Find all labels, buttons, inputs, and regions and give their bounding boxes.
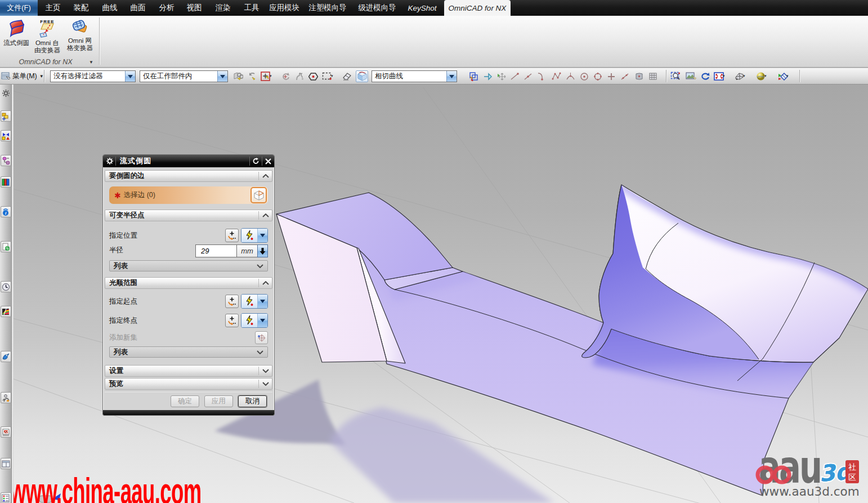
variable-radius-list-bar[interactable]: 列表	[109, 260, 268, 271]
flow-fillet-dialog: 流式倒圆 要倒圆的边 ✱ 选择边 (0)	[102, 154, 275, 416]
omni-mesh-transformer-button[interactable]: Omni 网格变换器	[64, 17, 96, 59]
collapse-chevron-icon[interactable]	[258, 172, 272, 180]
resource-bar-resizer[interactable]	[12, 84, 14, 503]
show-shade-cube-icon[interactable]	[356, 70, 368, 82]
rotate-view-icon[interactable]	[699, 70, 711, 82]
radius-input[interactable]	[195, 244, 236, 257]
section-header-smooth-range[interactable]: 光顺范围	[105, 277, 272, 289]
dropdown-arrow-icon[interactable]: ▾	[786, 74, 791, 78]
snap-point-combo[interactable]	[241, 294, 268, 309]
section-header-preview[interactable]: 预览	[105, 378, 272, 390]
flow-fillet-button[interactable]: 流式倒圆	[1, 17, 32, 59]
snap-point-dropdown-icon[interactable]	[258, 295, 267, 308]
menu-tab-13[interactable]: OmniCAD for NX	[444, 0, 511, 16]
snap-point-dropdown-icon[interactable]	[258, 314, 267, 327]
dropdown-arrow-icon[interactable]: ▾	[723, 74, 727, 78]
smooth-range-list-bar[interactable]: 列表	[109, 346, 268, 358]
midpoint-icon[interactable]	[508, 70, 521, 82]
end-point-icon[interactable]	[481, 70, 494, 82]
pole-point-icon[interactable]	[550, 70, 562, 82]
snap-spray-icon[interactable]	[293, 70, 306, 82]
select-edge-row[interactable]: ✱ 选择边 (0)	[109, 186, 268, 204]
expand-chevron-icon[interactable]	[258, 367, 272, 375]
scope-filter-combo[interactable]: 仅在工作部件内	[140, 70, 228, 82]
expand-chevron-icon[interactable]	[253, 261, 267, 271]
curve-rule-arrow-icon[interactable]	[446, 71, 457, 82]
control-point-icon[interactable]	[495, 70, 507, 82]
pan-view-icon[interactable]	[684, 70, 697, 82]
snap-point-combo[interactable]	[241, 228, 268, 243]
dropdown-arrow-icon[interactable]: ▾	[764, 74, 769, 78]
point-dialog-button[interactable]	[225, 295, 239, 308]
point-on-curve-icon[interactable]	[619, 70, 631, 82]
circle-quadrant-icon[interactable]	[592, 70, 604, 82]
ok-button[interactable]: 确定	[171, 395, 199, 407]
cancel-button[interactable]: 取消	[238, 395, 267, 407]
plus-point-icon[interactable]	[605, 70, 618, 82]
manufacturing-wizard-icon[interactable]	[1, 392, 11, 403]
quadrant-point-icon[interactable]	[564, 70, 576, 82]
select-scope-cube-button[interactable]	[250, 187, 267, 203]
lightning-bolt-icon[interactable]	[241, 314, 258, 327]
radius-options-arrow-icon[interactable]	[257, 244, 268, 257]
section-header-variable-radius[interactable]: 可变半径点	[105, 210, 272, 221]
collapse-chevron-icon[interactable]	[258, 279, 272, 287]
snap-point-dropdown-icon[interactable]	[258, 229, 267, 242]
section-header-settings[interactable]: 设置	[105, 365, 272, 377]
dropdown-arrow-icon[interactable]: ▾	[743, 74, 748, 78]
lightning-bolt-icon[interactable]	[241, 295, 258, 308]
expand-chevron-icon[interactable]	[258, 380, 272, 388]
part-navigator-icon[interactable]	[1, 155, 11, 166]
dropdown-arrow-icon[interactable]: ▾	[331, 74, 335, 78]
details-panel-icon[interactable]	[1, 492, 11, 503]
point-dialog-button[interactable]	[225, 314, 239, 327]
selection-filter-combo[interactable]: 没有选择过滤器	[50, 70, 136, 82]
constraint-navigator-icon[interactable]	[1, 130, 11, 141]
svg-text:社: 社	[848, 462, 856, 471]
ribbon-group-arrow-icon[interactable]: ▼	[89, 60, 93, 65]
reset-icon[interactable]	[249, 157, 262, 166]
center-point-icon[interactable]	[578, 70, 590, 82]
dialog-title: 流式倒圆	[116, 156, 249, 166]
selection-filter-arrow-icon[interactable]	[125, 71, 135, 82]
dropdown-arrow-icon[interactable]: ▾	[270, 74, 274, 78]
omni-free-transformer-button[interactable]: FREE Omni 自由变换器	[32, 17, 63, 59]
menu-launch-button[interactable]: 菜单(M) ▼	[1, 70, 44, 82]
eraser-icon[interactable]	[341, 70, 353, 82]
point-dialog-button[interactable]	[225, 229, 239, 242]
process-studio-icon[interactable]	[1, 351, 11, 362]
snap-point-combo[interactable]	[241, 313, 268, 328]
close-icon[interactable]	[262, 157, 274, 166]
point-constructor-icon[interactable]	[467, 70, 480, 82]
history-icon[interactable]	[1, 281, 11, 292]
lightning-bolt-icon[interactable]	[241, 229, 258, 242]
specify-start-label: 指定起点	[109, 297, 137, 306]
hd3d-tools-icon[interactable]: i	[1, 206, 11, 217]
palette-icon[interactable]	[1, 306, 11, 317]
dialog-resize-bar[interactable]	[103, 410, 274, 415]
reuse-library-icon[interactable]	[1, 176, 11, 188]
grid-point-icon[interactable]	[647, 70, 659, 82]
snap-orient-icon[interactable]	[279, 70, 292, 82]
expand-chevron-icon[interactable]	[253, 347, 267, 357]
snap-rollback-icon[interactable]	[246, 70, 258, 82]
web-browser-icon[interactable]	[1, 241, 11, 252]
roles-gear-icon[interactable]	[1, 87, 11, 99]
zoom-box-icon[interactable]	[669, 70, 682, 82]
curve-rule-combo[interactable]: 相切曲线	[372, 70, 457, 82]
snap-hexagon-icon[interactable]	[307, 70, 319, 82]
collapse-chevron-icon[interactable]	[258, 211, 272, 220]
dialog-gear-icon[interactable]	[104, 157, 116, 166]
scope-filter-arrow-icon[interactable]	[217, 71, 227, 82]
dialog-title-bar[interactable]: 流式倒圆	[103, 155, 274, 167]
arc-end-icon[interactable]	[535, 70, 548, 82]
add-new-set-button[interactable]	[255, 331, 268, 344]
apply-button[interactable]: 应用	[204, 395, 233, 407]
window-layout-icon[interactable]	[1, 458, 11, 469]
materials-icon[interactable]	[1, 426, 11, 438]
point-on-surface-icon[interactable]	[633, 70, 645, 82]
assembly-navigator-icon[interactable]	[1, 110, 11, 122]
snap-link-icon[interactable]	[232, 70, 244, 82]
point-on-line-icon[interactable]	[522, 70, 534, 82]
section-header-edges[interactable]: 要倒圆的边	[105, 170, 272, 182]
